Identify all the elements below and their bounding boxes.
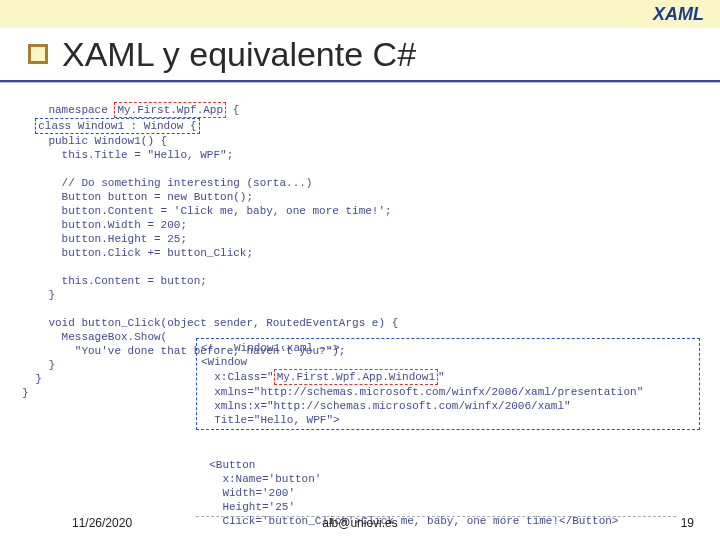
- title-bar-bg: [0, 0, 720, 28]
- xaml-l4: xmlns="http://schemas.microsoft.com/winf…: [201, 386, 643, 398]
- xaml-l2: <Window: [201, 356, 247, 368]
- xaml-code-block: <!-- Window1.xaml --> <Window x:Class="M…: [196, 310, 700, 540]
- xaml-class-highlight: My.First.Wpf.App.Window1: [274, 369, 438, 385]
- xaml-l7: <Button: [196, 459, 255, 471]
- xaml-l1: <!-- Window1.xaml -->: [201, 342, 340, 354]
- xaml-l5: xmlns:x="http://schemas.microsoft.com/wi…: [201, 400, 571, 412]
- title-underline-shadow: [0, 82, 720, 83]
- xaml-l6: Title="Hello, WPF">: [201, 414, 340, 426]
- xaml-l3c: ": [438, 371, 445, 383]
- footer-email: alb@uniovi.es: [0, 516, 720, 530]
- corner-label: XAML: [653, 4, 704, 25]
- xaml-window-highlight: <!-- Window1.xaml --> <Window x:Class="M…: [196, 338, 700, 430]
- title-row: XAML y equivalente C#: [28, 28, 692, 80]
- namespace-highlight: My.First.Wpf.App: [114, 102, 226, 118]
- slide: XAML XAML y equivalente C# namespace My.…: [0, 0, 720, 540]
- class-indent: [22, 120, 35, 132]
- ns-keyword: namespace: [48, 104, 114, 116]
- page-title: XAML y equivalente C#: [62, 35, 416, 74]
- xaml-l9: Width='200': [196, 487, 295, 499]
- xaml-l3a: x:Class=": [201, 371, 274, 383]
- footer-page-number: 19: [681, 516, 694, 530]
- class-decl-highlight: class Window1 : Window {: [35, 118, 199, 134]
- title-bullet-icon: [28, 44, 48, 64]
- ns-brace: {: [226, 104, 239, 116]
- footer: 11/26/2020 alb@uniovi.es 19: [0, 510, 720, 530]
- xaml-l8: x:Name='button': [196, 473, 321, 485]
